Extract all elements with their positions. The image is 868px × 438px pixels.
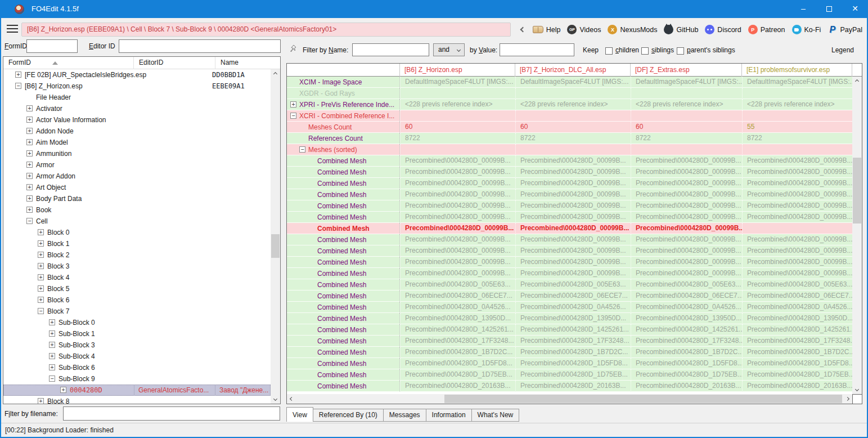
expand-plus-icon[interactable]: + bbox=[26, 195, 33, 202]
grid-value-cell[interactable]: <228 previs reference index> bbox=[631, 99, 742, 110]
grid-value-cell[interactable]: Precombined\0004280D_13950D... bbox=[631, 313, 742, 324]
tree-row[interactable]: +[FE 02B] AUR_SpectacleIsleBridges.espDD… bbox=[3, 69, 271, 81]
grid-row[interactable]: Combined MeshPrecombined\0004280D_00099B… bbox=[287, 178, 852, 189]
link-github[interactable]: GitHub bbox=[664, 25, 698, 34]
tree-row[interactable]: −[B6] Z_Horizon.espEEBE09A1 bbox=[3, 81, 271, 92]
grid-value-cell[interactable]: Precombined\0004280D_00099B... bbox=[631, 212, 742, 223]
menu-icon[interactable] bbox=[7, 25, 18, 33]
expand-plus-icon[interactable]: + bbox=[49, 364, 55, 370]
grid-value-cell[interactable]: Precombined\0004280D_17F3248... bbox=[400, 336, 515, 347]
grid-value-cell[interactable]: Precombined\0004280D_00099B... bbox=[400, 268, 515, 279]
grid-value-cell[interactable]: Precombined\0004280D_1D5FD8... bbox=[742, 358, 852, 369]
grid-value-cell[interactable]: Precombined\0004280D_00099B... bbox=[515, 257, 631, 268]
grid-value-cell[interactable]: Precombined\0004280D_1D5FD8... bbox=[400, 358, 515, 369]
grid-row[interactable]: Combined MeshPrecombined\0004280D_17F324… bbox=[287, 336, 852, 347]
checkbox-parents-siblings[interactable] bbox=[677, 47, 684, 55]
scroll-up-icon[interactable] bbox=[852, 77, 862, 86]
grid-value-cell[interactable]: 8722 bbox=[515, 133, 631, 144]
grid-value-cell[interactable]: Precombined\0004280D_005E63... bbox=[631, 279, 742, 290]
grid-row[interactable]: Meshes Count60606055 bbox=[287, 122, 852, 133]
grid-value-cell[interactable]: Precombined\0004280D_0A4526... bbox=[400, 302, 515, 313]
tab-messages[interactable]: Messages bbox=[383, 409, 426, 422]
expand-plus-icon[interactable]: + bbox=[26, 105, 33, 111]
grid-value-cell[interactable]: Precombined\0004280D_00099B... bbox=[742, 200, 852, 212]
collapse-minus-icon[interactable]: − bbox=[26, 218, 33, 224]
grid-value-cell[interactable]: 60 bbox=[400, 122, 515, 133]
grid-value-cell[interactable]: Precombined\0004280D_00099B... bbox=[400, 257, 515, 268]
expand-plus-icon[interactable]: + bbox=[26, 184, 33, 190]
grid-vscrollbar-thumb[interactable] bbox=[853, 158, 861, 224]
expand-plus-icon[interactable]: + bbox=[26, 162, 33, 168]
grid-value-cell[interactable]: Precombined\0004280D_00099B... bbox=[515, 268, 631, 279]
tree-row[interactable]: +Block 8 bbox=[3, 396, 271, 404]
grid-value-cell[interactable]: Precombined\0004280D_1B7D2C... bbox=[400, 347, 515, 358]
grid-value-cell[interactable]: Precombined\0004280D_0A4526... bbox=[742, 302, 852, 313]
grid-row[interactable]: Combined MeshPrecombined\0004280D_00099B… bbox=[287, 257, 852, 268]
expand-plus-icon[interactable]: + bbox=[49, 330, 55, 337]
grid-row[interactable]: −XCRI - Combined Reference I... bbox=[287, 110, 852, 122]
tree-row[interactable]: +Addon Node bbox=[3, 126, 271, 137]
tree-row[interactable]: +0004280DGeneralAtomicsFacto...Завод "Дж… bbox=[3, 385, 271, 396]
grid-row[interactable]: Combined MeshPrecombined\0004280D_00099B… bbox=[287, 189, 852, 200]
grid-value-cell[interactable]: Precombined\0004280D_00099B... bbox=[515, 200, 631, 212]
grid-value-cell[interactable]: Precombined\0004280D_1D75EB... bbox=[631, 369, 742, 381]
grid-row[interactable]: −Meshes (sorted) bbox=[287, 144, 852, 155]
expand-plus-icon[interactable]: + bbox=[49, 353, 55, 359]
grid-value-cell[interactable]: Precombined\0004280D_1425261... bbox=[400, 324, 515, 336]
grid-column-header[interactable]: [DF] Z_Extras.esp bbox=[631, 64, 742, 77]
grid-row[interactable]: XCIM - Image SpaceDefaultImageSpaceF4LUT… bbox=[287, 77, 852, 88]
grid-value-cell[interactable]: Precombined\0004280D_00099B... bbox=[631, 223, 742, 234]
resize-grip[interactable] bbox=[852, 394, 862, 404]
grid-value-cell[interactable]: Precombined\0004280D_0A4526... bbox=[515, 302, 631, 313]
grid-value-cell[interactable]: DefaultImageSpaceF4LUT [IMGS:... bbox=[400, 77, 515, 88]
grid-value-cell[interactable]: Precombined\0004280D_06ECE7... bbox=[515, 290, 631, 302]
grid-value-cell[interactable]: Precombined\0004280D_1D75EB... bbox=[400, 369, 515, 381]
grid-value-cell[interactable]: Precombined\0004280D_0A4526... bbox=[631, 302, 742, 313]
grid-value-cell[interactable]: <228 previs reference index> bbox=[400, 99, 515, 110]
expand-plus-icon[interactable]: + bbox=[38, 274, 44, 280]
grid-value-cell[interactable]: Precombined\0004280D_00099B... bbox=[400, 223, 515, 234]
tree-col-formid[interactable]: FormID bbox=[3, 57, 134, 69]
grid-value-cell[interactable]: Precombined\0004280D_00099B... bbox=[400, 189, 515, 200]
grid-value-cell[interactable]: Precombined\0004280D_00099B... bbox=[631, 268, 742, 279]
grid-row[interactable]: Combined MeshPrecombined\0004280D_142526… bbox=[287, 324, 852, 336]
tree-row[interactable]: +Activator bbox=[3, 103, 271, 114]
link-paypal[interactable]: PPayPal bbox=[827, 25, 862, 34]
collapse-minus-icon[interactable]: − bbox=[299, 146, 305, 153]
expand-plus-icon[interactable]: + bbox=[38, 398, 44, 404]
tree-row[interactable]: +Sub-Block 3 bbox=[3, 339, 271, 351]
grid-value-cell[interactable]: Precombined\0004280D_00099B... bbox=[400, 212, 515, 223]
grid-value-cell[interactable]: Precombined\0004280D_00099B... bbox=[742, 234, 852, 245]
expand-plus-icon[interactable]: + bbox=[26, 173, 33, 179]
grid-value-cell[interactable]: Precombined\0004280D_17F3248... bbox=[742, 336, 852, 347]
expand-plus-icon[interactable]: + bbox=[26, 139, 33, 145]
tree-row[interactable]: +Sub-Block 0 bbox=[3, 317, 271, 328]
tree-row[interactable]: +Block 3 bbox=[3, 261, 271, 272]
grid-value-cell[interactable]: DefaultImageSpaceF4LUT [IMGS:... bbox=[631, 77, 742, 88]
grid-value-cell[interactable]: Precombined\0004280D_1B7D2C... bbox=[631, 347, 742, 358]
grid-row[interactable]: Combined MeshPrecombined\0004280D_00099B… bbox=[287, 155, 852, 167]
grid-value-cell[interactable]: Precombined\0004280D_00099B... bbox=[515, 178, 631, 189]
tree-row[interactable]: +Block 1 bbox=[3, 238, 271, 249]
tree-row[interactable]: +Book bbox=[3, 204, 271, 216]
grid-value-cell[interactable]: Precombined\0004280D_00099B... bbox=[631, 189, 742, 200]
grid-value-cell[interactable]: <228 previs reference index> bbox=[742, 99, 852, 110]
scroll-left-icon[interactable] bbox=[287, 394, 296, 404]
tree-row[interactable]: +Body Part Data bbox=[3, 193, 271, 204]
collapse-minus-icon[interactable]: − bbox=[290, 113, 296, 119]
grid-vertical-scrollbar[interactable] bbox=[852, 77, 862, 394]
scroll-down-icon[interactable] bbox=[271, 394, 280, 404]
grid-value-cell[interactable] bbox=[742, 144, 852, 155]
grid-value-cell[interactable]: 8722 bbox=[631, 133, 742, 144]
grid-value-cell[interactable]: 8722 bbox=[742, 133, 852, 144]
tree-row[interactable]: +Block 0 bbox=[3, 227, 271, 238]
grid-row[interactable]: Combined MeshPrecombined\0004280D_00099B… bbox=[287, 245, 852, 257]
collapse-minus-icon[interactable]: − bbox=[15, 83, 21, 89]
grid-value-cell[interactable]: Precombined\0004280D_00099B... bbox=[631, 234, 742, 245]
grid-value-cell[interactable]: Precombined\0004280D_00099B... bbox=[400, 178, 515, 189]
checkbox-children[interactable] bbox=[605, 47, 613, 55]
tree-col-editorid[interactable]: EditorID bbox=[134, 57, 215, 69]
close-button[interactable]: ✕ bbox=[842, 0, 868, 18]
grid-row[interactable]: Combined MeshPrecombined\0004280D_00099B… bbox=[287, 212, 852, 223]
maximize-button[interactable] bbox=[816, 0, 842, 18]
